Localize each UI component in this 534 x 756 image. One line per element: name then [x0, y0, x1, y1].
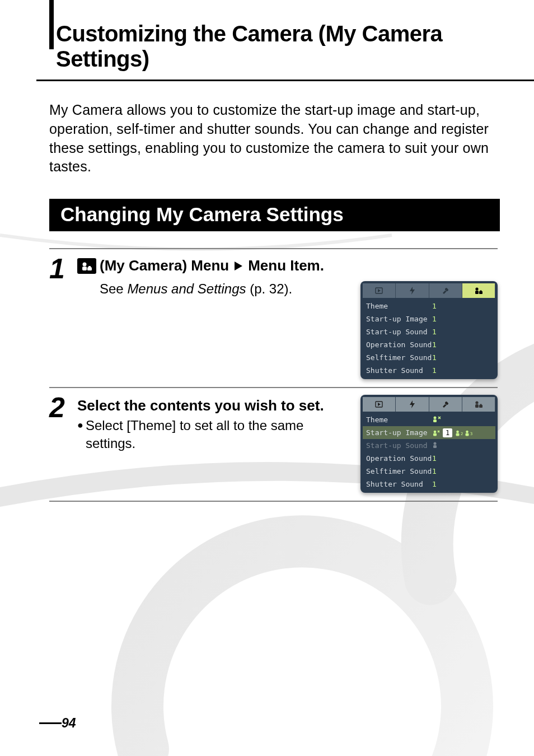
camera-screen-1: Theme1 Start-up Image1 Start-up Sound1 O…	[360, 281, 498, 379]
my-camera-icon	[77, 258, 96, 274]
step-heading: Select the contents you wish to set.	[77, 394, 348, 416]
screen-row: Selftimer Sound1	[363, 465, 495, 478]
step-heading: (My Camera) Menu Menu Item.	[77, 253, 498, 274]
svg-rect-3	[88, 266, 91, 268]
tab-my-camera-icon	[462, 397, 495, 412]
tab-flash-icon	[396, 283, 429, 298]
step-number: 2	[49, 391, 76, 493]
row-value: 1	[432, 340, 495, 349]
row-label: Start-up Image	[366, 315, 432, 323]
row-label: Theme	[366, 302, 432, 310]
row-value: 1	[432, 328, 495, 336]
svg-point-5	[475, 287, 478, 290]
row-label: Start-up Image	[366, 428, 432, 437]
row-value: 1	[432, 302, 495, 310]
page-number: 94	[62, 716, 76, 731]
row-value: 1	[432, 454, 495, 463]
step-1: 1 (My Camera) Menu Menu Item. See Menu	[49, 249, 498, 387]
row-label: Operation Sound	[366, 454, 432, 463]
see-reference: See Menus and Settings (p. 32).	[77, 280, 348, 298]
screen-tabs	[363, 283, 495, 298]
step-2: 2 Select the contents you wish to set. ●…	[49, 387, 498, 501]
section-heading: Changing My Camera Settings	[49, 199, 500, 231]
row-chip: 1	[443, 428, 452, 437]
row-label: Start-up Sound	[366, 328, 432, 336]
page-title: Customizing the Camera (My Camera Settin…	[56, 21, 498, 72]
svg-rect-12	[479, 405, 483, 408]
svg-rect-1	[82, 267, 87, 270]
svg-rect-22	[466, 433, 469, 436]
steps-container: 1 (My Camera) Menu Menu Item. See Menu	[49, 248, 498, 502]
screen-row: Operation Sound1	[363, 338, 495, 351]
see-prefix: See	[100, 281, 127, 296]
row-label: Shutter Sound	[366, 480, 432, 488]
screen-row: Operation Sound1	[363, 452, 495, 465]
bullet-item: ● Select [Theme] to set all to the same …	[77, 417, 348, 453]
svg-text:2: 2	[461, 432, 463, 436]
see-suffix: (p. 32).	[246, 281, 293, 296]
svg-point-14	[434, 416, 437, 419]
svg-rect-6	[475, 291, 479, 294]
see-italic: Menus and Settings	[127, 281, 246, 296]
row-label: Selftimer Sound	[366, 467, 432, 475]
tab-tools-icon	[429, 283, 462, 298]
tab-tools-icon	[429, 397, 462, 412]
row-value: 1	[432, 366, 495, 375]
row-value-icon	[432, 441, 495, 450]
intro-paragraph: My Camera allows you to customize the st…	[49, 101, 498, 176]
tab-play-icon	[363, 397, 396, 412]
row-value: 1	[432, 315, 495, 323]
bullet-text: Select [Theme] to set all to the same se…	[86, 417, 348, 453]
row-value: 1	[432, 480, 495, 488]
screen-row: Start-up Sound1	[363, 325, 495, 338]
svg-rect-19	[456, 433, 460, 436]
tab-flash-icon	[396, 397, 429, 412]
row-value: 1	[432, 353, 495, 362]
step-number: 1	[49, 253, 76, 379]
svg-rect-11	[475, 404, 479, 408]
svg-rect-15	[433, 419, 437, 422]
row-value-options: 1 2 3	[432, 428, 472, 437]
svg-text:3: 3	[470, 432, 472, 436]
tab-my-camera-icon	[462, 283, 495, 298]
screen-row: Shutter Sound1	[363, 364, 495, 377]
screen-row: Theme1	[363, 300, 495, 312]
svg-point-24	[434, 442, 437, 445]
page-number-bar	[39, 722, 62, 724]
row-value: 1	[432, 467, 495, 475]
row-label: Theme	[366, 416, 432, 424]
heading-text-2: Menu Item.	[248, 257, 324, 274]
svg-rect-25	[433, 445, 437, 448]
screen-row: Theme	[363, 413, 495, 426]
heading-text-1: (My Camera) Menu	[100, 257, 229, 274]
row-label: Operation Sound	[366, 340, 432, 349]
row-label: Start-up Sound	[366, 441, 432, 450]
screen-row-highlight: Start-up Image 1 2 3	[363, 426, 495, 439]
svg-point-16	[434, 430, 437, 433]
screen-rows: Theme Start-up Image 1 2 3	[363, 413, 495, 491]
screen-row: Start-up Image1	[363, 312, 495, 325]
screen-rows: Theme1 Start-up Image1 Start-up Sound1 O…	[363, 300, 495, 377]
svg-point-21	[466, 430, 469, 433]
page-number-area: 94	[39, 716, 76, 731]
right-arrow-icon	[232, 260, 245, 272]
title-rule	[36, 80, 534, 81]
svg-rect-13	[480, 404, 481, 405]
screen-row: Start-up Sound	[363, 439, 495, 452]
screen-tabs	[363, 397, 495, 412]
row-value-icon	[432, 416, 495, 424]
screen-row: Shutter Sound1	[363, 478, 495, 491]
screen-row: Selftimer Sound1	[363, 351, 495, 364]
bullet-icon: ●	[77, 417, 86, 453]
camera-screen-2: Theme Start-up Image 1 2 3	[360, 395, 498, 493]
row-label: Shutter Sound	[366, 366, 432, 375]
svg-point-0	[83, 262, 87, 266]
row-label: Selftimer Sound	[366, 353, 432, 362]
svg-point-10	[475, 401, 478, 404]
tab-play-icon	[363, 283, 396, 298]
svg-rect-17	[433, 433, 437, 436]
svg-rect-8	[480, 291, 481, 292]
svg-rect-7	[479, 291, 483, 294]
svg-point-18	[456, 430, 459, 433]
